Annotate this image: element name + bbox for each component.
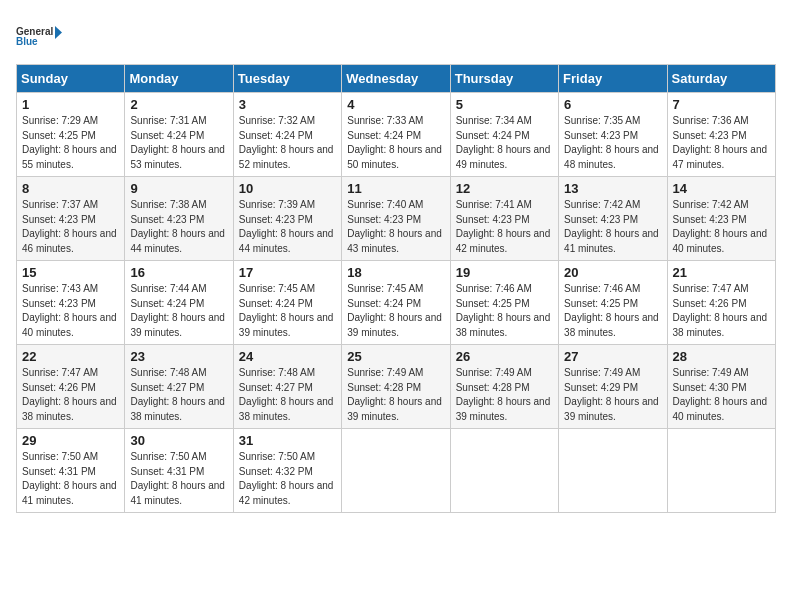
- day-number: 1: [22, 97, 119, 112]
- calendar-cell: 6 Sunrise: 7:35 AM Sunset: 4:23 PM Dayli…: [559, 93, 667, 177]
- calendar-cell: [450, 429, 558, 513]
- day-number: 19: [456, 265, 553, 280]
- day-info: Sunrise: 7:39 AM Sunset: 4:23 PM Dayligh…: [239, 198, 336, 256]
- day-info: Sunrise: 7:50 AM Sunset: 4:32 PM Dayligh…: [239, 450, 336, 508]
- day-info: Sunrise: 7:43 AM Sunset: 4:23 PM Dayligh…: [22, 282, 119, 340]
- day-info: Sunrise: 7:49 AM Sunset: 4:29 PM Dayligh…: [564, 366, 661, 424]
- calendar-cell: 1 Sunrise: 7:29 AM Sunset: 4:25 PM Dayli…: [17, 93, 125, 177]
- calendar-week-5: 29 Sunrise: 7:50 AM Sunset: 4:31 PM Dayl…: [17, 429, 776, 513]
- day-info: Sunrise: 7:45 AM Sunset: 4:24 PM Dayligh…: [239, 282, 336, 340]
- logo: General Blue: [16, 16, 64, 56]
- page-header: General Blue: [16, 16, 776, 56]
- day-number: 5: [456, 97, 553, 112]
- calendar-cell: 27 Sunrise: 7:49 AM Sunset: 4:29 PM Dayl…: [559, 345, 667, 429]
- calendar-week-4: 22 Sunrise: 7:47 AM Sunset: 4:26 PM Dayl…: [17, 345, 776, 429]
- calendar-cell: 18 Sunrise: 7:45 AM Sunset: 4:24 PM Dayl…: [342, 261, 450, 345]
- calendar-cell: 17 Sunrise: 7:45 AM Sunset: 4:24 PM Dayl…: [233, 261, 341, 345]
- calendar-cell: 20 Sunrise: 7:46 AM Sunset: 4:25 PM Dayl…: [559, 261, 667, 345]
- day-info: Sunrise: 7:48 AM Sunset: 4:27 PM Dayligh…: [130, 366, 227, 424]
- day-number: 24: [239, 349, 336, 364]
- day-number: 21: [673, 265, 770, 280]
- day-info: Sunrise: 7:42 AM Sunset: 4:23 PM Dayligh…: [673, 198, 770, 256]
- calendar-cell: 22 Sunrise: 7:47 AM Sunset: 4:26 PM Dayl…: [17, 345, 125, 429]
- day-header-friday: Friday: [559, 65, 667, 93]
- day-number: 23: [130, 349, 227, 364]
- calendar-cell: 28 Sunrise: 7:49 AM Sunset: 4:30 PM Dayl…: [667, 345, 775, 429]
- day-number: 7: [673, 97, 770, 112]
- day-header-wednesday: Wednesday: [342, 65, 450, 93]
- day-info: Sunrise: 7:48 AM Sunset: 4:27 PM Dayligh…: [239, 366, 336, 424]
- day-info: Sunrise: 7:29 AM Sunset: 4:25 PM Dayligh…: [22, 114, 119, 172]
- day-number: 25: [347, 349, 444, 364]
- calendar-cell: 5 Sunrise: 7:34 AM Sunset: 4:24 PM Dayli…: [450, 93, 558, 177]
- day-header-tuesday: Tuesday: [233, 65, 341, 93]
- day-info: Sunrise: 7:46 AM Sunset: 4:25 PM Dayligh…: [456, 282, 553, 340]
- day-info: Sunrise: 7:49 AM Sunset: 4:30 PM Dayligh…: [673, 366, 770, 424]
- logo-svg: General Blue: [16, 16, 64, 56]
- calendar-week-2: 8 Sunrise: 7:37 AM Sunset: 4:23 PM Dayli…: [17, 177, 776, 261]
- calendar-cell: 15 Sunrise: 7:43 AM Sunset: 4:23 PM Dayl…: [17, 261, 125, 345]
- day-number: 27: [564, 349, 661, 364]
- day-info: Sunrise: 7:44 AM Sunset: 4:24 PM Dayligh…: [130, 282, 227, 340]
- day-number: 9: [130, 181, 227, 196]
- day-header-sunday: Sunday: [17, 65, 125, 93]
- day-info: Sunrise: 7:35 AM Sunset: 4:23 PM Dayligh…: [564, 114, 661, 172]
- day-info: Sunrise: 7:49 AM Sunset: 4:28 PM Dayligh…: [456, 366, 553, 424]
- day-number: 14: [673, 181, 770, 196]
- day-number: 8: [22, 181, 119, 196]
- calendar-cell: 13 Sunrise: 7:42 AM Sunset: 4:23 PM Dayl…: [559, 177, 667, 261]
- day-info: Sunrise: 7:50 AM Sunset: 4:31 PM Dayligh…: [22, 450, 119, 508]
- day-info: Sunrise: 7:40 AM Sunset: 4:23 PM Dayligh…: [347, 198, 444, 256]
- day-number: 16: [130, 265, 227, 280]
- day-number: 29: [22, 433, 119, 448]
- calendar-cell: 9 Sunrise: 7:38 AM Sunset: 4:23 PM Dayli…: [125, 177, 233, 261]
- day-info: Sunrise: 7:41 AM Sunset: 4:23 PM Dayligh…: [456, 198, 553, 256]
- svg-text:Blue: Blue: [16, 36, 38, 47]
- day-number: 31: [239, 433, 336, 448]
- day-info: Sunrise: 7:50 AM Sunset: 4:31 PM Dayligh…: [130, 450, 227, 508]
- day-number: 22: [22, 349, 119, 364]
- calendar-cell: 12 Sunrise: 7:41 AM Sunset: 4:23 PM Dayl…: [450, 177, 558, 261]
- day-number: 20: [564, 265, 661, 280]
- calendar-week-3: 15 Sunrise: 7:43 AM Sunset: 4:23 PM Dayl…: [17, 261, 776, 345]
- calendar-cell: 14 Sunrise: 7:42 AM Sunset: 4:23 PM Dayl…: [667, 177, 775, 261]
- day-info: Sunrise: 7:46 AM Sunset: 4:25 PM Dayligh…: [564, 282, 661, 340]
- day-number: 4: [347, 97, 444, 112]
- day-info: Sunrise: 7:47 AM Sunset: 4:26 PM Dayligh…: [673, 282, 770, 340]
- day-number: 11: [347, 181, 444, 196]
- calendar-cell: 3 Sunrise: 7:32 AM Sunset: 4:24 PM Dayli…: [233, 93, 341, 177]
- day-info: Sunrise: 7:32 AM Sunset: 4:24 PM Dayligh…: [239, 114, 336, 172]
- day-info: Sunrise: 7:47 AM Sunset: 4:26 PM Dayligh…: [22, 366, 119, 424]
- calendar-week-1: 1 Sunrise: 7:29 AM Sunset: 4:25 PM Dayli…: [17, 93, 776, 177]
- day-info: Sunrise: 7:34 AM Sunset: 4:24 PM Dayligh…: [456, 114, 553, 172]
- day-info: Sunrise: 7:33 AM Sunset: 4:24 PM Dayligh…: [347, 114, 444, 172]
- day-number: 13: [564, 181, 661, 196]
- calendar-cell: 11 Sunrise: 7:40 AM Sunset: 4:23 PM Dayl…: [342, 177, 450, 261]
- calendar-cell: 23 Sunrise: 7:48 AM Sunset: 4:27 PM Dayl…: [125, 345, 233, 429]
- day-info: Sunrise: 7:36 AM Sunset: 4:23 PM Dayligh…: [673, 114, 770, 172]
- day-info: Sunrise: 7:42 AM Sunset: 4:23 PM Dayligh…: [564, 198, 661, 256]
- day-info: Sunrise: 7:31 AM Sunset: 4:24 PM Dayligh…: [130, 114, 227, 172]
- calendar-cell: 30 Sunrise: 7:50 AM Sunset: 4:31 PM Dayl…: [125, 429, 233, 513]
- calendar-cell: [559, 429, 667, 513]
- day-number: 10: [239, 181, 336, 196]
- calendar-cell: 16 Sunrise: 7:44 AM Sunset: 4:24 PM Dayl…: [125, 261, 233, 345]
- day-number: 18: [347, 265, 444, 280]
- day-number: 26: [456, 349, 553, 364]
- calendar-cell: 2 Sunrise: 7:31 AM Sunset: 4:24 PM Dayli…: [125, 93, 233, 177]
- calendar-cell: 4 Sunrise: 7:33 AM Sunset: 4:24 PM Dayli…: [342, 93, 450, 177]
- day-info: Sunrise: 7:45 AM Sunset: 4:24 PM Dayligh…: [347, 282, 444, 340]
- calendar-cell: 7 Sunrise: 7:36 AM Sunset: 4:23 PM Dayli…: [667, 93, 775, 177]
- svg-marker-2: [55, 26, 62, 39]
- calendar-cell: [342, 429, 450, 513]
- day-number: 3: [239, 97, 336, 112]
- day-header-monday: Monday: [125, 65, 233, 93]
- calendar-cell: 8 Sunrise: 7:37 AM Sunset: 4:23 PM Dayli…: [17, 177, 125, 261]
- day-header-saturday: Saturday: [667, 65, 775, 93]
- day-number: 6: [564, 97, 661, 112]
- calendar-cell: [667, 429, 775, 513]
- day-header-thursday: Thursday: [450, 65, 558, 93]
- calendar-cell: 10 Sunrise: 7:39 AM Sunset: 4:23 PM Dayl…: [233, 177, 341, 261]
- calendar-cell: 24 Sunrise: 7:48 AM Sunset: 4:27 PM Dayl…: [233, 345, 341, 429]
- day-number: 12: [456, 181, 553, 196]
